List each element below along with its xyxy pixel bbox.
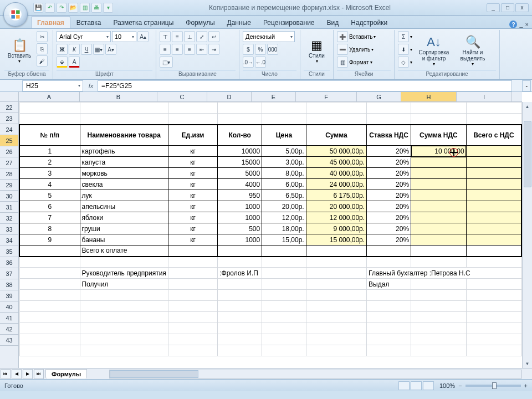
border-dropdown[interactable]: ▦▾ <box>93 44 104 55</box>
col-header-H[interactable]: H <box>401 92 457 101</box>
cell[interactable] <box>262 103 306 114</box>
cell-rate[interactable]: 20% <box>367 212 411 223</box>
cell[interactable] <box>262 268 306 279</box>
cell-qty[interactable]: 5000 <box>218 168 262 179</box>
cell-price[interactable]: 12,00р. <box>262 212 306 223</box>
cell-price[interactable]: 8,00р. <box>262 168 306 179</box>
cell-name[interactable]: свекла <box>80 179 168 190</box>
cell-rate[interactable]: 20% <box>367 179 411 190</box>
cell[interactable] <box>466 114 521 125</box>
cell-n[interactable]: 4 <box>19 179 80 190</box>
cell[interactable] <box>168 103 217 114</box>
cell[interactable] <box>19 301 80 312</box>
cell-vat[interactable] <box>411 223 467 234</box>
cell[interactable] <box>306 279 366 290</box>
cell[interactable] <box>218 334 262 345</box>
cell[interactable] <box>411 290 467 301</box>
cell-sum[interactable]: 9 000,00р. <box>306 223 366 234</box>
header-c5[interactable]: Цена <box>262 125 306 146</box>
tab-review[interactable]: Рецензирование <box>257 16 321 28</box>
align-bottom-icon[interactable]: ⊥ <box>184 31 195 42</box>
row-header-41[interactable]: 41 <box>0 313 18 324</box>
cell-price[interactable]: 6,00р. <box>262 179 306 190</box>
cell[interactable] <box>466 312 521 323</box>
zoom-level[interactable]: 100% <box>439 382 455 389</box>
shrink-font-icon[interactable]: A▾ <box>105 44 116 55</box>
cell-unit[interactable]: кг <box>168 190 217 201</box>
cell[interactable] <box>411 103 467 114</box>
cell[interactable] <box>367 345 411 356</box>
fill-color-button[interactable]: ⬙ <box>57 57 68 68</box>
cut-icon[interactable]: ✂ <box>37 31 48 42</box>
cell-name[interactable]: бананы <box>80 234 168 245</box>
cell[interactable] <box>367 257 411 268</box>
cell[interactable] <box>262 334 306 345</box>
cell-vat[interactable] <box>411 168 467 179</box>
qat-open-icon[interactable]: 📂 <box>68 3 78 13</box>
cell[interactable] <box>218 290 262 301</box>
cell[interactable] <box>306 312 366 323</box>
align-right-icon[interactable]: ≡ <box>184 44 195 55</box>
cell[interactable] <box>218 103 262 114</box>
select-all-corner[interactable] <box>0 92 19 102</box>
cell[interactable] <box>262 323 306 334</box>
view-layout-icon[interactable] <box>411 381 422 390</box>
cell[interactable] <box>218 345 262 356</box>
cell-total[interactable] <box>466 179 521 190</box>
cell[interactable] <box>411 312 467 323</box>
qat-print-icon[interactable]: 🖶 <box>91 3 101 13</box>
cell[interactable] <box>411 345 467 356</box>
percent-icon[interactable]: % <box>255 44 266 55</box>
row-header-40[interactable]: 40 <box>0 301 18 313</box>
row-header-25[interactable]: 25 <box>0 135 18 146</box>
row-header-26[interactable]: 26 <box>0 146 18 157</box>
cell-total[interactable] <box>466 190 521 201</box>
grid[interactable]: № п/пНаименование товараЕд.измКол-воЦена… <box>19 102 522 368</box>
cell-qty[interactable]: 15000 <box>218 157 262 168</box>
paste-button[interactable]: 📋 Вставить ▾ <box>4 31 34 70</box>
number-format-combo[interactable]: Денежный <box>243 31 295 42</box>
cell-rate[interactable]: 20% <box>367 168 411 179</box>
cell-qty[interactable]: 4000 <box>218 179 262 190</box>
sheet-tab[interactable]: Формулы <box>45 369 87 378</box>
cell[interactable] <box>19 103 80 114</box>
cell[interactable] <box>168 312 217 323</box>
cell[interactable] <box>411 301 467 312</box>
header-c4[interactable]: Кол-во <box>218 125 262 146</box>
cell[interactable] <box>367 114 411 125</box>
zoom-in-button[interactable]: + <box>524 382 528 389</box>
cell[interactable] <box>80 312 168 323</box>
formula-input[interactable]: =F25*G25 <box>98 80 512 91</box>
cell-total[interactable] <box>466 146 521 157</box>
footer-issued[interactable]: Выдал <box>367 279 411 290</box>
format-cells-icon[interactable]: ▥ <box>337 57 348 68</box>
row-header-28[interactable]: 28 <box>0 168 18 180</box>
cell[interactable] <box>306 334 366 345</box>
cell[interactable] <box>168 334 217 345</box>
col-header-F[interactable]: F <box>296 92 357 101</box>
qat-new-icon[interactable]: ▥ <box>80 3 90 13</box>
cell-total[interactable] <box>466 168 521 179</box>
styles-button[interactable]: ▦ Стили▾ <box>304 31 330 70</box>
increase-decimal-icon[interactable]: .0→ <box>243 57 254 68</box>
cell[interactable] <box>19 290 80 301</box>
cell-unit[interactable]: кг <box>168 168 217 179</box>
cell-qty[interactable]: 950 <box>218 190 262 201</box>
cell[interactable] <box>168 114 217 125</box>
tab-addins[interactable]: Надстройки <box>345 16 393 28</box>
cell[interactable] <box>367 323 411 334</box>
tab-pagelayout[interactable]: Разметка страницы <box>107 16 180 28</box>
row-header-30[interactable]: 30 <box>0 191 18 202</box>
cell[interactable] <box>262 301 306 312</box>
tab-nav-prev[interactable]: ◀ <box>12 369 22 379</box>
cell[interactable] <box>466 103 521 114</box>
footer-manager-name[interactable]: :Фролов И.П <box>218 268 262 279</box>
view-normal-icon[interactable] <box>398 381 410 390</box>
column-headers[interactable]: ABCDEFGHI <box>19 92 522 102</box>
cell[interactable] <box>168 345 217 356</box>
cell[interactable] <box>367 290 411 301</box>
cell[interactable] <box>80 345 168 356</box>
cell-unit[interactable]: кг <box>168 201 217 212</box>
cell-rate[interactable]: 20% <box>367 234 411 245</box>
cell[interactable] <box>80 290 168 301</box>
